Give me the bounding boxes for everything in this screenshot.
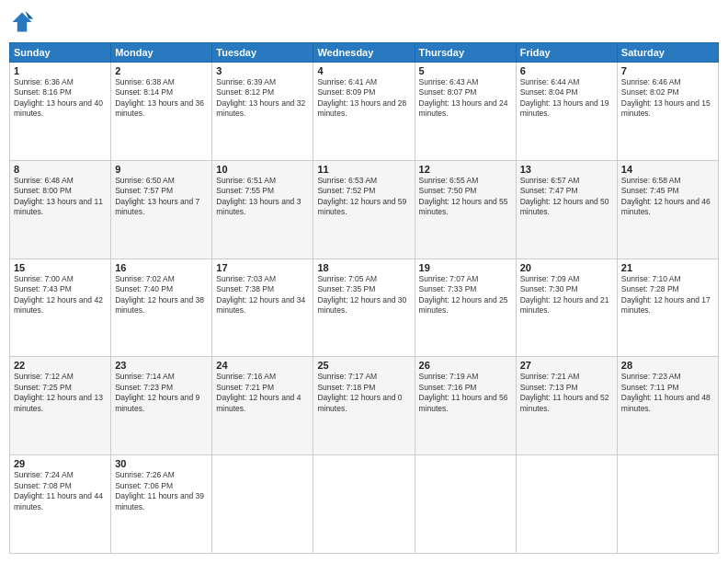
calendar-cell: 23 Sunrise: 7:14 AMSunset: 7:23 PMDaylig…: [111, 357, 212, 455]
cell-content: Sunrise: 7:09 AMSunset: 7:30 PMDaylight:…: [520, 274, 613, 316]
day-number: 16: [115, 262, 208, 273]
calendar-header-row: SundayMondayTuesdayWednesdayThursdayFrid…: [10, 43, 719, 63]
cell-content: Sunrise: 6:43 AMSunset: 8:07 PMDaylight:…: [419, 77, 512, 120]
day-number: 27: [520, 360, 613, 371]
day-number: 26: [419, 360, 512, 371]
day-number: 22: [14, 360, 107, 371]
cell-content: Sunrise: 6:58 AMSunset: 7:45 PMDaylight:…: [621, 176, 714, 218]
cell-content: Sunrise: 7:14 AMSunset: 7:23 PMDaylight:…: [115, 372, 208, 414]
cell-content: Sunrise: 6:51 AMSunset: 7:55 PMDaylight:…: [216, 176, 309, 218]
cell-content: Sunrise: 7:17 AMSunset: 7:18 PMDaylight:…: [317, 372, 410, 414]
day-number: 14: [621, 164, 714, 175]
calendar-cell: 9 Sunrise: 6:50 AMSunset: 7:57 PMDayligh…: [111, 160, 212, 259]
calendar-cell: [313, 455, 415, 554]
calendar-cell: 28 Sunrise: 7:23 AMSunset: 7:11 PMDaylig…: [617, 357, 718, 455]
day-number: 1: [14, 65, 107, 76]
week-row-3: 15 Sunrise: 7:00 AMSunset: 7:43 PMDaylig…: [10, 259, 719, 357]
day-header-thursday: Thursday: [415, 43, 516, 63]
calendar-cell: 25 Sunrise: 7:17 AMSunset: 7:18 PMDaylig…: [313, 357, 415, 455]
cell-content: Sunrise: 6:36 AMSunset: 8:16 PMDaylight:…: [14, 77, 107, 120]
day-header-tuesday: Tuesday: [212, 43, 313, 63]
calendar-cell: 12 Sunrise: 6:55 AMSunset: 7:50 PMDaylig…: [415, 160, 516, 259]
day-number: 28: [621, 360, 714, 371]
day-number: 21: [621, 262, 714, 273]
day-header-friday: Friday: [516, 43, 617, 63]
day-number: 3: [216, 65, 309, 76]
calendar-cell: 19 Sunrise: 7:07 AMSunset: 7:33 PMDaylig…: [415, 259, 516, 357]
calendar-cell: 15 Sunrise: 7:00 AMSunset: 7:43 PMDaylig…: [10, 259, 111, 357]
day-number: 25: [317, 360, 410, 371]
cell-content: Sunrise: 6:53 AMSunset: 7:52 PMDaylight:…: [317, 176, 410, 218]
calendar-cell: [516, 455, 617, 554]
calendar-cell: 17 Sunrise: 7:03 AMSunset: 7:38 PMDaylig…: [212, 259, 313, 357]
calendar-cell: 8 Sunrise: 6:48 AMSunset: 8:00 PMDayligh…: [10, 160, 111, 259]
cell-content: Sunrise: 7:19 AMSunset: 7:16 PMDaylight:…: [419, 372, 512, 414]
day-header-saturday: Saturday: [617, 43, 718, 63]
logo: [9, 9, 39, 35]
day-number: 7: [621, 65, 714, 76]
week-row-5: 29 Sunrise: 7:24 AMSunset: 7:08 PMDaylig…: [10, 455, 719, 554]
cell-content: Sunrise: 6:38 AMSunset: 8:14 PMDaylight:…: [115, 77, 208, 120]
day-number: 17: [216, 262, 309, 273]
calendar-cell: 18 Sunrise: 7:05 AMSunset: 7:35 PMDaylig…: [313, 259, 415, 357]
day-header-monday: Monday: [111, 43, 212, 63]
calendar-body: 1 Sunrise: 6:36 AMSunset: 8:16 PMDayligh…: [10, 63, 719, 554]
day-number: 6: [520, 65, 613, 76]
calendar-cell: 29 Sunrise: 7:24 AMSunset: 7:08 PMDaylig…: [10, 455, 111, 554]
cell-content: Sunrise: 7:05 AMSunset: 7:35 PMDaylight:…: [317, 274, 410, 316]
cell-content: Sunrise: 7:02 AMSunset: 7:40 PMDaylight:…: [115, 274, 208, 316]
cell-content: Sunrise: 6:44 AMSunset: 8:04 PMDaylight:…: [520, 77, 613, 120]
day-number: 10: [216, 164, 309, 175]
calendar-cell: 11 Sunrise: 6:53 AMSunset: 7:52 PMDaylig…: [313, 160, 415, 259]
calendar-cell: 21 Sunrise: 7:10 AMSunset: 7:28 PMDaylig…: [617, 259, 718, 357]
cell-content: Sunrise: 7:21 AMSunset: 7:13 PMDaylight:…: [520, 372, 613, 414]
cell-content: Sunrise: 6:55 AMSunset: 7:50 PMDaylight:…: [419, 176, 512, 218]
day-number: 20: [520, 262, 613, 273]
calendar-cell: 1 Sunrise: 6:36 AMSunset: 8:16 PMDayligh…: [10, 63, 111, 161]
cell-content: Sunrise: 7:00 AMSunset: 7:43 PMDaylight:…: [14, 274, 107, 316]
day-header-sunday: Sunday: [10, 43, 111, 63]
calendar: SundayMondayTuesdayWednesdayThursdayFrid…: [9, 42, 719, 554]
day-number: 2: [115, 65, 208, 76]
cell-content: Sunrise: 6:39 AMSunset: 8:12 PMDaylight:…: [216, 77, 309, 120]
header: [9, 9, 719, 35]
page: SundayMondayTuesdayWednesdayThursdayFrid…: [0, 0, 728, 563]
cell-content: Sunrise: 7:12 AMSunset: 7:25 PMDaylight:…: [14, 372, 107, 414]
calendar-cell: 24 Sunrise: 7:16 AMSunset: 7:21 PMDaylig…: [212, 357, 313, 455]
week-row-4: 22 Sunrise: 7:12 AMSunset: 7:25 PMDaylig…: [10, 357, 719, 455]
day-number: 4: [317, 65, 410, 76]
calendar-cell: 26 Sunrise: 7:19 AMSunset: 7:16 PMDaylig…: [415, 357, 516, 455]
calendar-cell: 6 Sunrise: 6:44 AMSunset: 8:04 PMDayligh…: [516, 63, 617, 161]
day-number: 11: [317, 164, 410, 175]
cell-content: Sunrise: 7:24 AMSunset: 7:08 PMDaylight:…: [14, 470, 107, 512]
cell-content: Sunrise: 6:41 AMSunset: 8:09 PMDaylight:…: [317, 77, 410, 120]
cell-content: Sunrise: 6:50 AMSunset: 7:57 PMDaylight:…: [115, 176, 208, 218]
day-number: 23: [115, 360, 208, 371]
cell-content: Sunrise: 7:07 AMSunset: 7:33 PMDaylight:…: [419, 274, 512, 316]
cell-content: Sunrise: 7:10 AMSunset: 7:28 PMDaylight:…: [621, 274, 714, 316]
logo-icon: [9, 9, 35, 35]
calendar-cell: 30 Sunrise: 7:26 AMSunset: 7:06 PMDaylig…: [111, 455, 212, 554]
calendar-cell: 27 Sunrise: 7:21 AMSunset: 7:13 PMDaylig…: [516, 357, 617, 455]
calendar-cell: 5 Sunrise: 6:43 AMSunset: 8:07 PMDayligh…: [415, 63, 516, 161]
cell-content: Sunrise: 7:16 AMSunset: 7:21 PMDaylight:…: [216, 372, 309, 414]
calendar-cell: 4 Sunrise: 6:41 AMSunset: 8:09 PMDayligh…: [313, 63, 415, 161]
day-number: 9: [115, 164, 208, 175]
cell-content: Sunrise: 6:48 AMSunset: 8:00 PMDaylight:…: [14, 176, 107, 218]
day-number: 5: [419, 65, 512, 76]
day-header-wednesday: Wednesday: [313, 43, 415, 63]
cell-content: Sunrise: 6:46 AMSunset: 8:02 PMDaylight:…: [621, 77, 714, 120]
day-number: 30: [115, 458, 208, 469]
calendar-cell: 13 Sunrise: 6:57 AMSunset: 7:47 PMDaylig…: [516, 160, 617, 259]
calendar-cell: [212, 455, 313, 554]
day-number: 12: [419, 164, 512, 175]
cell-content: Sunrise: 7:26 AMSunset: 7:06 PMDaylight:…: [115, 470, 208, 512]
week-row-2: 8 Sunrise: 6:48 AMSunset: 8:00 PMDayligh…: [10, 160, 719, 259]
calendar-cell: 10 Sunrise: 6:51 AMSunset: 7:55 PMDaylig…: [212, 160, 313, 259]
day-number: 19: [419, 262, 512, 273]
day-number: 24: [216, 360, 309, 371]
calendar-cell: 7 Sunrise: 6:46 AMSunset: 8:02 PMDayligh…: [617, 63, 718, 161]
day-number: 8: [14, 164, 107, 175]
calendar-cell: 16 Sunrise: 7:02 AMSunset: 7:40 PMDaylig…: [111, 259, 212, 357]
day-number: 29: [14, 458, 107, 469]
